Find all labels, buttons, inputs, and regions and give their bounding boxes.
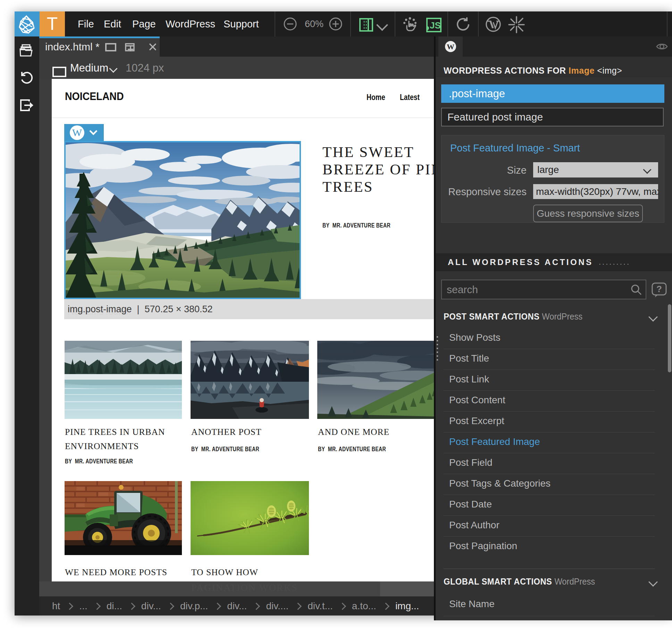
svg-text:JS: JS	[430, 20, 441, 31]
svg-text:W: W	[447, 42, 454, 51]
svg-text:W: W	[72, 127, 82, 138]
svg-text:?: ?	[656, 284, 662, 294]
